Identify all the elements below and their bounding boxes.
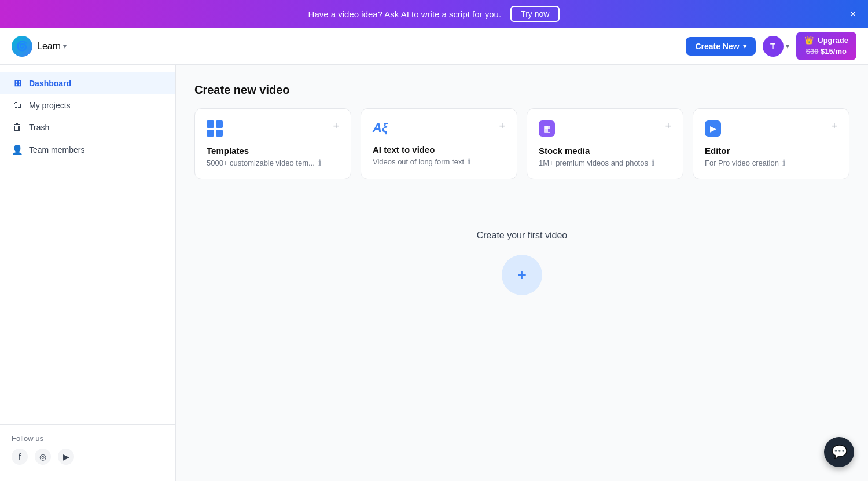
add-video-button[interactable]: + — [502, 255, 542, 295]
banner-text: Have a video idea? Ask AI to write a scr… — [308, 9, 502, 19]
trash-icon: 🗑 — [12, 122, 23, 133]
sidebar-item-team-members[interactable]: 👤 Team members — [0, 138, 175, 161]
card-templates-title: Templates — [207, 146, 339, 156]
upgrade-button[interactable]: 👑 Upgrade $30 $15/mo — [796, 32, 856, 60]
create-new-chevron-icon: ▾ — [743, 42, 746, 50]
chat-support-button[interactable]: 💬 — [824, 437, 854, 467]
learn-menu-button[interactable]: Learn ▾ — [37, 41, 67, 52]
header-left: 🌀 Learn ▾ — [12, 36, 67, 57]
sidebar-nav: ⊞ Dashboard 🗂 My projects 🗑 Trash 👤 Team… — [0, 72, 175, 161]
empty-state-title: Create your first video — [477, 230, 568, 241]
banner-close-button[interactable]: × — [849, 8, 856, 20]
try-now-button[interactable]: Try now — [510, 6, 560, 22]
user-menu[interactable]: T ▾ — [763, 36, 789, 57]
stock-media-info-icon[interactable]: ℹ — [652, 158, 654, 167]
card-editor[interactable]: ▶ + Editor For Pro video creation ℹ — [693, 108, 849, 179]
upgrade-label: Upgrade — [818, 36, 848, 45]
avatar: T — [763, 36, 784, 57]
editor-add-icon: + — [831, 120, 837, 133]
facebook-icon[interactable]: f — [12, 449, 28, 465]
editor-icon: ▶ — [705, 120, 721, 137]
dashboard-icon: ⊞ — [12, 78, 23, 89]
templates-add-icon: + — [333, 120, 339, 133]
team-icon: 👤 — [12, 144, 23, 155]
card-templates-header: + — [207, 120, 339, 137]
social-icons: f ◎ ▶ — [12, 449, 164, 465]
create-new-label: Create New — [695, 42, 739, 51]
chat-icon: 💬 — [832, 445, 847, 460]
create-new-button[interactable]: Create New ▾ — [686, 37, 755, 56]
sidebar-item-trash[interactable]: 🗑 Trash — [0, 116, 175, 138]
body-layout: ⊞ Dashboard 🗂 My projects 🗑 Trash 👤 Team… — [0, 65, 868, 481]
create-video-cards: + Templates 5000+ customizable video tem… — [194, 108, 849, 179]
logo-icon: 🌀 — [12, 36, 32, 57]
empty-state: Create your first video + — [194, 207, 849, 318]
new-price: $15/mo — [821, 47, 847, 56]
main-content: Create new video + Templates 5000+ custo… — [176, 65, 868, 481]
card-editor-desc: For Pro video creation ℹ — [705, 158, 837, 167]
learn-label: Learn — [37, 41, 61, 52]
ai-text-icon: Aξ — [373, 120, 388, 135]
card-ai-text[interactable]: Aξ + AI text to video Videos out of long… — [361, 108, 517, 179]
sidebar-label-my-projects: My projects — [29, 101, 71, 110]
instagram-icon[interactable]: ◎ — [35, 449, 51, 465]
user-chevron-icon: ▾ — [786, 42, 789, 50]
sidebar-label-trash: Trash — [29, 123, 49, 132]
folder-icon: 🗂 — [12, 100, 23, 111]
sidebar-label-dashboard: Dashboard — [29, 79, 71, 88]
youtube-icon[interactable]: ▶ — [58, 449, 74, 465]
templates-info-icon[interactable]: ℹ — [318, 158, 321, 167]
stock-media-add-icon: + — [665, 120, 671, 133]
card-editor-header: ▶ + — [705, 120, 837, 137]
crown-icon: 👑 — [804, 36, 814, 45]
card-ai-text-desc: Videos out of long form text ℹ — [373, 157, 505, 166]
card-stock-media-header: ▦ + — [539, 120, 671, 137]
templates-icon — [207, 120, 223, 137]
card-ai-text-header: Aξ + — [373, 120, 505, 135]
sidebar-footer: Follow us f ◎ ▶ — [0, 424, 175, 474]
editor-info-icon[interactable]: ℹ — [782, 158, 785, 167]
card-ai-text-title: AI text to video — [373, 145, 505, 155]
sidebar-label-team-members: Team members — [29, 145, 84, 155]
card-stock-media[interactable]: ▦ + Stock media 1M+ premium videos and p… — [527, 108, 683, 179]
card-stock-media-desc: 1M+ premium videos and photos ℹ — [539, 158, 671, 167]
card-templates-desc: 5000+ customizable video tem... ℹ — [207, 158, 339, 167]
card-templates[interactable]: + Templates 5000+ customizable video tem… — [194, 108, 351, 179]
card-editor-title: Editor — [705, 146, 837, 156]
card-stock-media-title: Stock media — [539, 146, 671, 156]
sidebar: ⊞ Dashboard 🗂 My projects 🗑 Trash 👤 Team… — [0, 65, 176, 481]
section-title: Create new video — [194, 83, 849, 97]
ai-text-add-icon: + — [499, 120, 505, 133]
old-price: $30 — [806, 47, 819, 56]
sidebar-item-my-projects[interactable]: 🗂 My projects — [0, 94, 175, 116]
header-right: Create New ▾ T ▾ 👑 Upgrade $30 $15/mo — [686, 32, 856, 60]
chevron-down-icon: ▾ — [63, 42, 67, 50]
ai-text-info-icon[interactable]: ℹ — [468, 157, 470, 166]
header: 🌀 Learn ▾ Create New ▾ T ▾ 👑 Upgrade $30… — [0, 28, 868, 65]
add-video-icon: + — [517, 266, 527, 284]
stock-media-icon: ▦ — [539, 120, 555, 137]
follow-us-label: Follow us — [12, 434, 164, 443]
announcement-banner: Have a video idea? Ask AI to write a scr… — [0, 0, 868, 28]
sidebar-item-dashboard[interactable]: ⊞ Dashboard — [0, 72, 175, 94]
